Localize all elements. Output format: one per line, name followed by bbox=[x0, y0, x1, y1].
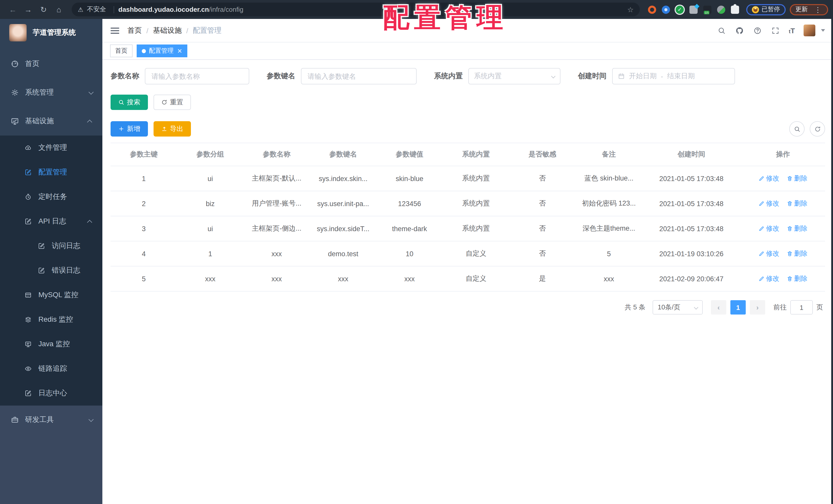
refresh-table-button[interactable] bbox=[810, 121, 825, 136]
avatar[interactable] bbox=[804, 25, 815, 36]
sidebar-item-label: 配置管理 bbox=[39, 168, 67, 177]
tag-config-management[interactable]: 配置管理 ✕ bbox=[137, 45, 187, 57]
table-cell-operations: 修改删除 bbox=[741, 241, 825, 266]
edit-link[interactable]: 修改 bbox=[758, 249, 779, 258]
address-bar[interactable]: ⚠ 不安全 dashboard.yudao.iocoder.cn /infra/… bbox=[72, 3, 640, 16]
table-cell: ui bbox=[177, 166, 244, 191]
browser-back-icon[interactable]: ← bbox=[8, 5, 18, 14]
sidebar-item-error-logs[interactable]: 错误日志 bbox=[0, 258, 102, 283]
builtin-select[interactable]: 系统内置 bbox=[468, 68, 561, 84]
reset-button[interactable]: 重置 bbox=[153, 95, 191, 110]
app-logo: 芋道管理系统 bbox=[0, 19, 102, 47]
param-name-input[interactable] bbox=[145, 68, 249, 84]
fullscreen-icon[interactable] bbox=[771, 26, 780, 35]
extension-green-check-icon[interactable]: ✓ bbox=[675, 5, 684, 14]
search-icon[interactable] bbox=[717, 26, 726, 35]
sidebar-item-system-management[interactable]: 系统管理 bbox=[0, 78, 102, 107]
param-key-label: 参数键名 bbox=[267, 72, 295, 81]
chevron-up-icon bbox=[87, 220, 92, 225]
sidebar-item-config-management[interactable]: 配置管理 bbox=[0, 160, 102, 185]
help-icon[interactable] bbox=[753, 26, 762, 35]
export-button[interactable]: 导出 bbox=[153, 121, 191, 136]
paused-chip[interactable]: 已暂停 bbox=[746, 4, 786, 15]
sidebar-item-java-monitor[interactable]: Java 监控 bbox=[0, 332, 102, 356]
edit-icon bbox=[37, 267, 46, 274]
edit-link[interactable]: 修改 bbox=[758, 224, 779, 233]
table-cell: 主框架页-侧边... bbox=[243, 216, 310, 241]
edit-link[interactable]: 修改 bbox=[758, 274, 779, 283]
next-page-button[interactable]: › bbox=[750, 300, 765, 314]
breadcrumb: 首页 / 基础设施 / 配置管理 bbox=[127, 26, 222, 35]
font-size-icon[interactable]: tT bbox=[789, 26, 795, 34]
sidebar-item-infrastructure[interactable]: 基础设施 bbox=[0, 107, 102, 135]
toggle-search-button[interactable] bbox=[789, 121, 805, 136]
browser-forward-icon[interactable]: → bbox=[23, 5, 33, 14]
date-range-picker[interactable]: 开始日期 - 结束日期 bbox=[612, 68, 735, 84]
table-header-row: 参数主键参数分组参数名称参数键名参数键值系统内置是否敏感备注创建时间操作 bbox=[111, 143, 825, 166]
chevron-down-icon[interactable] bbox=[821, 29, 825, 32]
delete-link[interactable]: 删除 bbox=[786, 224, 807, 233]
sidebar-item-redis-monitor[interactable]: Redis 监控 bbox=[0, 307, 102, 332]
extension-puzzle-icon[interactable] bbox=[731, 5, 739, 14]
sidebar-item-label: 首页 bbox=[25, 59, 40, 69]
table-cell: biz bbox=[177, 191, 244, 216]
table-cell: 1 bbox=[111, 166, 177, 191]
table-cell: sys.index.sideT... bbox=[310, 216, 377, 241]
prev-page-button[interactable]: ‹ bbox=[711, 300, 726, 314]
param-key-input[interactable] bbox=[301, 68, 416, 84]
browser-reload-icon[interactable]: ↻ bbox=[39, 5, 49, 14]
breadcrumb-home[interactable]: 首页 bbox=[127, 26, 142, 35]
page-unit-label: 页 bbox=[816, 303, 823, 312]
sidebar-item-home[interactable]: 首页 bbox=[0, 50, 102, 78]
goto-page-input[interactable] bbox=[790, 300, 813, 314]
table-cell: 系统内置 bbox=[443, 191, 509, 216]
sidebar-menu: 首页系统管理基础设施文件管理配置管理定时任务API 日志访问日志错误日志MySQ… bbox=[0, 47, 102, 434]
sidebar-item-mysql-monitor[interactable]: MySQL 监控 bbox=[0, 283, 102, 307]
table-cell: 4 bbox=[111, 241, 177, 266]
edit-link[interactable]: 修改 bbox=[758, 199, 779, 208]
table-row: 2biz用户管理-账号...sys.user.init-pa...123456系… bbox=[111, 191, 825, 216]
edit-link[interactable]: 修改 bbox=[758, 174, 779, 183]
add-button[interactable]: 新增 bbox=[111, 121, 148, 136]
gear-icon bbox=[10, 89, 20, 97]
delete-link[interactable]: 删除 bbox=[786, 274, 807, 283]
close-icon[interactable]: ✕ bbox=[177, 47, 182, 54]
sidebar-item-label: API 日志 bbox=[39, 217, 66, 226]
github-icon[interactable] bbox=[735, 26, 744, 35]
extension-cn-icon[interactable] bbox=[703, 5, 711, 14]
sidebar-item-log-center[interactable]: 日志中心 bbox=[0, 381, 102, 406]
extension-blue-pin-icon[interactable] bbox=[662, 5, 670, 14]
sidebar-item-scheduled-tasks[interactable]: 定时任务 bbox=[0, 185, 102, 209]
tag-home[interactable]: 首页 bbox=[110, 45, 133, 57]
delete-link[interactable]: 删除 bbox=[786, 174, 807, 183]
page-content: 参数名称 参数键名 系统内置 系统内置 bbox=[102, 60, 833, 504]
sidebar-submenu: 文件管理配置管理定时任务API 日志访问日志错误日志MySQL 监控Redis … bbox=[0, 135, 102, 406]
search-button[interactable]: 搜索 bbox=[111, 95, 148, 110]
sidebar-item-dev-tools[interactable]: 研发工具 bbox=[0, 406, 102, 434]
chip-menu-dots-icon[interactable]: ⋮ bbox=[814, 5, 822, 14]
extension-grid-icon[interactable] bbox=[689, 5, 698, 14]
sidebar-item-label: 日志中心 bbox=[39, 389, 67, 398]
extension-leaf-icon[interactable] bbox=[717, 5, 725, 14]
sidebar-item-api-logs[interactable]: API 日志 bbox=[0, 209, 102, 234]
current-page-button[interactable]: 1 bbox=[730, 300, 746, 314]
update-chip[interactable]: 更新 ⋮ bbox=[790, 4, 828, 15]
page-size-select[interactable]: 10条/页 bbox=[652, 300, 703, 314]
table-cell: 初始化密码 123... bbox=[575, 191, 642, 216]
sidebar-item-tracing[interactable]: 链路追踪 bbox=[0, 356, 102, 381]
sidebar-item-file-management[interactable]: 文件管理 bbox=[0, 135, 102, 160]
delete-link[interactable]: 删除 bbox=[786, 249, 807, 258]
toolbox-icon bbox=[10, 416, 20, 424]
browser-home-icon[interactable]: ⌂ bbox=[54, 5, 64, 14]
app-title: 芋道管理系统 bbox=[33, 28, 76, 37]
sidebar-item-access-logs[interactable]: 访问日志 bbox=[0, 234, 102, 258]
table-cell: 自定义 bbox=[443, 266, 509, 291]
chevron-down-icon bbox=[89, 89, 94, 94]
sidebar-item-label: 错误日志 bbox=[52, 266, 80, 275]
bookmark-star-icon[interactable]: ☆ bbox=[627, 5, 634, 14]
chevron-down-icon bbox=[89, 417, 94, 422]
extension-orange-ring-icon[interactable] bbox=[648, 5, 656, 14]
delete-link[interactable]: 删除 bbox=[786, 199, 807, 208]
hamburger-icon[interactable] bbox=[111, 27, 119, 33]
sidebar-item-label: MySQL 监控 bbox=[39, 291, 78, 300]
